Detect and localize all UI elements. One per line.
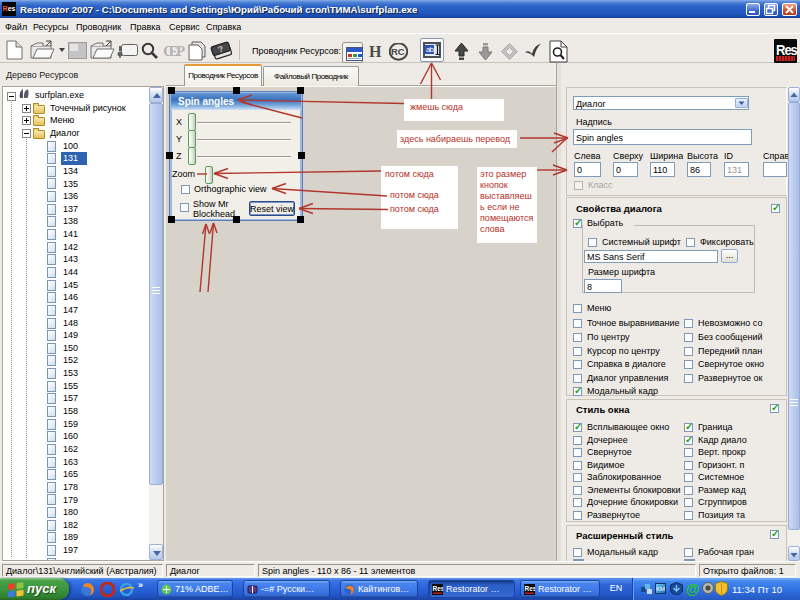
svg-text:Res: Res [433,585,444,592]
svg-text:Res: Res [525,585,536,592]
